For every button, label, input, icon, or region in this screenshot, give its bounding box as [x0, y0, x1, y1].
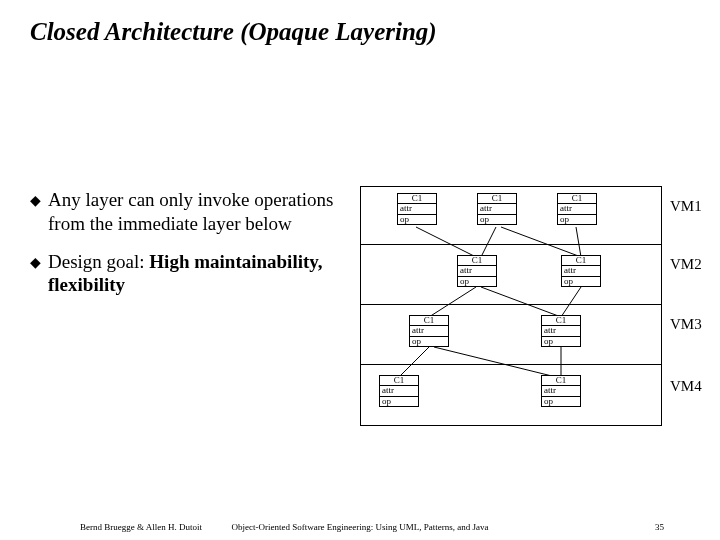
vm-label: VM3: [670, 316, 702, 333]
vm-label: VM2: [670, 256, 702, 273]
class-box: C1 attr op: [561, 255, 601, 287]
bullet-lead: Design goal:: [48, 251, 149, 272]
svg-line-1: [481, 227, 496, 257]
class-op: op: [478, 215, 516, 224]
svg-line-6: [561, 287, 581, 317]
svg-line-8: [434, 347, 556, 377]
layer-diagram: C1 attr op C1 attr op C1 attr op C1 attr…: [360, 186, 662, 426]
class-box: C1 attr op: [541, 375, 581, 407]
bullet-text: Any layer can only invoke operations fro…: [48, 188, 340, 236]
bullet-text: Design goal: High maintainability, flexi…: [48, 250, 340, 298]
vm-label: VM1: [670, 198, 702, 215]
class-op: op: [380, 397, 418, 406]
footer-booktitle: Object-Oriented Software Engineering: Us…: [0, 522, 720, 532]
class-op: op: [558, 215, 596, 224]
class-box: C1 attr op: [477, 193, 517, 225]
footer-pagenum: 35: [655, 522, 664, 532]
class-op: op: [410, 337, 448, 346]
bullet-item: ◆ Any layer can only invoke operations f…: [30, 188, 340, 236]
vm-label: VM4: [670, 378, 702, 395]
svg-line-0: [416, 227, 476, 257]
bullet-icon: ◆: [30, 250, 48, 298]
class-op: op: [542, 397, 580, 406]
slide-title: Closed Architecture (Opaque Layering): [30, 18, 437, 46]
class-op: op: [398, 215, 436, 224]
bullet-item: ◆ Design goal: High maintainability, fle…: [30, 250, 340, 298]
class-op: op: [542, 337, 580, 346]
class-box: C1 attr op: [379, 375, 419, 407]
svg-line-2: [501, 227, 581, 257]
class-box: C1 attr op: [457, 255, 497, 287]
class-box: C1 attr op: [557, 193, 597, 225]
svg-line-7: [399, 347, 429, 377]
class-op: op: [458, 277, 496, 286]
svg-line-4: [429, 287, 476, 317]
svg-line-5: [481, 287, 561, 317]
bullet-list: ◆ Any layer can only invoke operations f…: [30, 188, 340, 311]
class-box: C1 attr op: [409, 315, 449, 347]
bullet-icon: ◆: [30, 188, 48, 236]
class-op: op: [562, 277, 600, 286]
class-box: C1 attr op: [541, 315, 581, 347]
svg-line-3: [576, 227, 581, 257]
class-box: C1 attr op: [397, 193, 437, 225]
